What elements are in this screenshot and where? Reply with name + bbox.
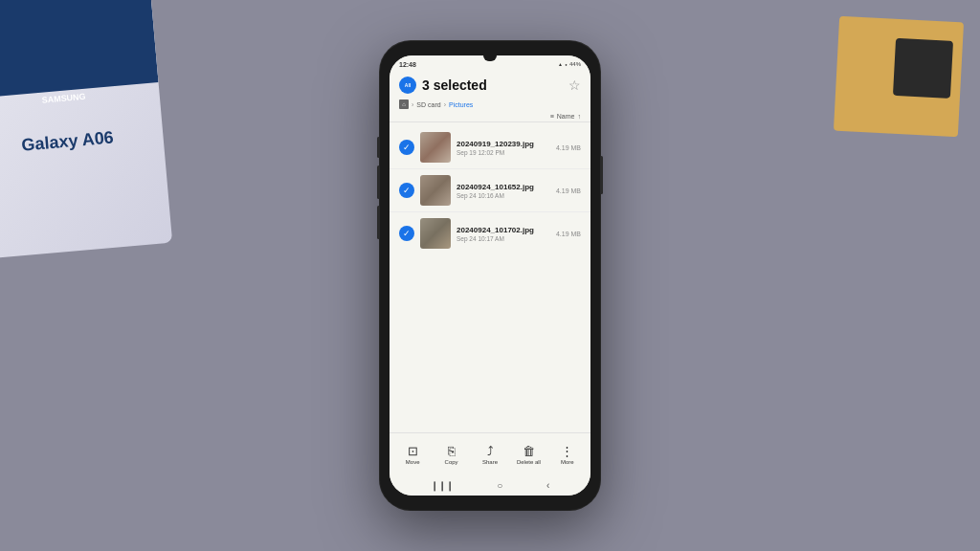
status-icons: ▲ ⬥ 44% (558, 61, 581, 67)
battery-indicator: 44% (569, 61, 581, 67)
volume-down-button (377, 165, 380, 199)
move-label: Move (406, 459, 420, 465)
nav-back-button[interactable]: ❙❙❙ (431, 480, 454, 491)
wifi-icon: ⬥ (565, 61, 568, 67)
file-info-3: 20240924_101702.jpg Sep 24 10:17 AM (457, 226, 550, 242)
file-name-3: 20240924_101702.jpg (457, 226, 550, 234)
sort-direction-icon: ↑ (578, 113, 582, 120)
background-object-right (834, 16, 964, 138)
move-icon: ⊡ (408, 444, 418, 458)
file-thumbnail-1 (420, 132, 451, 163)
sort-icon: ≡ (550, 113, 554, 120)
star-icon[interactable]: ☆ (568, 77, 581, 93)
file-info-2: 20240924_101652.jpg Sep 24 10:16 AM (457, 183, 550, 199)
breadcrumb-separator-1: › (412, 101, 413, 108)
home-icon[interactable]: ⌂ (399, 99, 409, 109)
file-size-1: 4.19 MB (556, 144, 581, 151)
file-checkbox-1[interactable]: ✓ (399, 140, 414, 155)
file-item[interactable]: ✓ 20240924_101702.jpg Sep 24 10:17 AM 4.… (390, 211, 590, 254)
nav-recent-button[interactable]: ‹ (546, 480, 549, 491)
copy-label: Copy (445, 459, 458, 465)
power-button (600, 156, 603, 194)
file-date-2: Sep 24 10:16 AM (457, 192, 550, 199)
share-icon: ⤴ (487, 444, 494, 458)
app-content: All 3 selected ☆ ⌂ › SD card › Pictures … (390, 71, 590, 496)
bixby-button (377, 206, 380, 239)
phone-screen: 12:48 ▲ ⬥ 44% All 3 selected ☆ (390, 55, 590, 496)
copy-icon: ⎘ (448, 444, 456, 458)
bottom-toolbar: ⊡ Move ⎘ Copy ⤴ Share 🗑 Delete all ⋮ (390, 432, 590, 474)
select-all-label: All (405, 82, 411, 88)
box-brand-label: SAMSUNG (41, 91, 86, 104)
sort-bar: ≡ Name ↑ (390, 111, 590, 122)
toolbar-delete[interactable]: 🗑 Delete all (509, 444, 547, 465)
sort-label[interactable]: Name (557, 113, 575, 120)
more-label: More (561, 459, 574, 465)
more-icon: ⋮ (561, 444, 573, 458)
file-item[interactable]: ✓ 20240924_101652.jpg Sep 24 10:16 AM 4.… (390, 168, 590, 211)
breadcrumb-pictures[interactable]: Pictures (449, 101, 473, 108)
file-checkbox-3[interactable]: ✓ (399, 226, 414, 241)
file-name-2: 20240924_101652.jpg (457, 183, 550, 191)
select-all-button[interactable]: All (399, 77, 416, 94)
toolbar-copy[interactable]: ⎘ Copy (432, 444, 470, 465)
file-thumbnail-2 (420, 175, 451, 206)
nav-bar: ❙❙❙ ○ ‹ (390, 474, 590, 496)
file-size-3: 4.19 MB (556, 231, 581, 237)
toolbar-move[interactable]: ⊡ Move (393, 444, 432, 465)
header-left: All 3 selected (399, 77, 487, 94)
status-time: 12:48 (399, 61, 416, 68)
file-info-1: 20240919_120239.jpg Sep 19 12:02 PM (457, 140, 550, 156)
breadcrumb: ⌂ › SD card › Pictures (390, 98, 590, 111)
file-size-2: 4.19 MB (556, 187, 581, 194)
box-model-label: Galaxy A06 (21, 127, 115, 155)
file-checkbox-2[interactable]: ✓ (399, 183, 414, 198)
toolbar-share[interactable]: ⤴ Share (471, 444, 509, 465)
file-thumbnail-3 (420, 218, 451, 249)
share-label: Share (482, 459, 498, 465)
file-item[interactable]: ✓ 20240919_120239.jpg Sep 19 12:02 PM 4.… (390, 126, 590, 168)
volume-up-button (377, 137, 380, 158)
delete-label: Delete all (517, 459, 541, 465)
nav-home-button[interactable]: ○ (497, 480, 502, 491)
phone-device: 12:48 ▲ ⬥ 44% All 3 selected ☆ (380, 41, 600, 510)
file-name-1: 20240919_120239.jpg (457, 140, 550, 148)
file-list: ✓ 20240919_120239.jpg Sep 19 12:02 PM 4.… (390, 122, 590, 432)
signal-icon: ▲ (558, 61, 563, 67)
breadcrumb-separator-2: › (444, 101, 446, 108)
file-date-3: Sep 24 10:17 AM (457, 235, 550, 242)
breadcrumb-sdcard[interactable]: SD card (416, 101, 440, 108)
toolbar-more[interactable]: ⋮ More (548, 444, 587, 465)
delete-icon: 🗑 (523, 444, 535, 458)
file-date-1: Sep 19 12:02 PM (457, 149, 550, 156)
app-header: All 3 selected ☆ (390, 71, 590, 98)
selected-count-label: 3 selected (422, 77, 487, 93)
samsung-box: SAMSUNG Galaxy A06 (0, 0, 172, 259)
